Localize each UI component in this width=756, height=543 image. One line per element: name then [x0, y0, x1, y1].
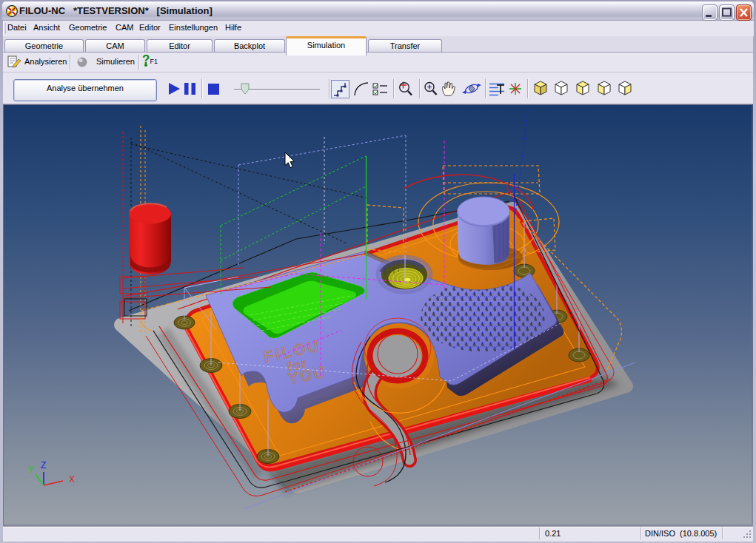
svg-text:Y: Y: [28, 465, 34, 475]
svg-text:Z: Z: [41, 460, 46, 471]
svg-text:X: X: [69, 474, 75, 485]
